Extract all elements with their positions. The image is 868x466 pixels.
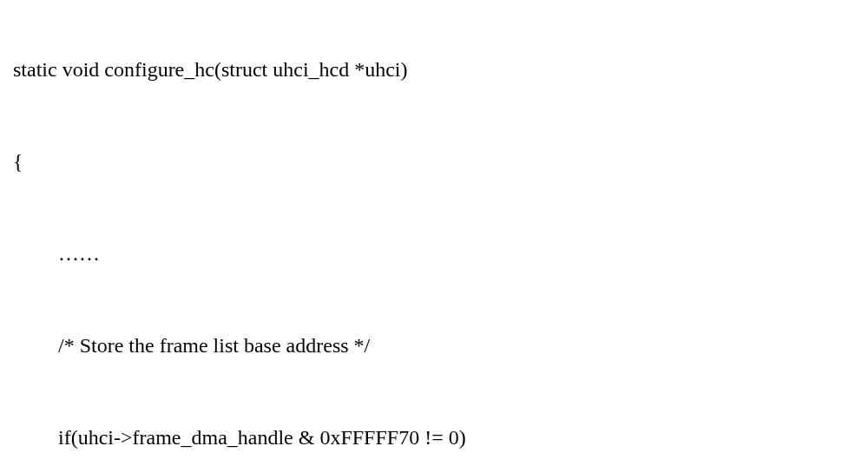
code-line-1: static void configure_hc(struct uhci_hcd… bbox=[13, 59, 855, 80]
code-snippet: static void configure_hc(struct uhci_hcd… bbox=[13, 17, 855, 466]
code-line-2: { bbox=[13, 151, 855, 172]
code-line-5-if: if(uhci->frame_dma_handle & 0xFFFFF70 !=… bbox=[13, 427, 855, 448]
code-line-3-ellipsis: …… bbox=[13, 243, 855, 264]
code-line-4-comment: /* Store the frame list base address */ bbox=[13, 335, 855, 356]
